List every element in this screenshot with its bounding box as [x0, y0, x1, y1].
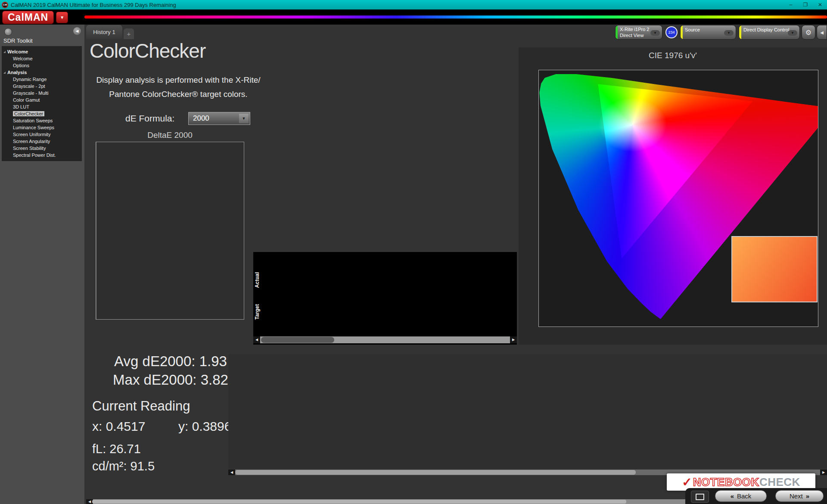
sidebar-collapse-icon[interactable]: ◀: [73, 27, 81, 35]
sidebar-item-dynamic-range[interactable]: Dynamic Range: [2, 76, 82, 83]
sidebar-item-spectral-power-dist-[interactable]: Spectral Power Dist.: [2, 152, 82, 159]
sidebar-item-screen-uniformity[interactable]: Screen Uniformity: [2, 131, 82, 138]
next-button[interactable]: Next »: [775, 490, 824, 502]
check-icon: ✓: [682, 475, 692, 489]
maximize-icon[interactable]: ❐: [801, 2, 810, 8]
description-line2: Pantone ColorChecker® target colors.: [109, 90, 247, 99]
chevron-down-icon: ▼: [788, 30, 797, 36]
close-icon[interactable]: ✕: [816, 2, 824, 8]
chevron-down-icon: ▼: [724, 30, 734, 36]
reading-x: x: 0.4517: [92, 419, 145, 434]
sidebar-item-colorchecker[interactable]: ColorChecker: [2, 110, 82, 117]
description-line1: Display analysis is performed with the X…: [96, 75, 260, 84]
sidebar-item-saturation-sweeps[interactable]: Saturation Sweeps: [2, 117, 82, 124]
calman-logo: CalMAN: [2, 11, 54, 24]
meter-status-stripe: [616, 25, 618, 39]
sidebar-radio-button[interactable]: [4, 28, 12, 36]
patch-strip: Actual Target ◀ ▶: [253, 252, 517, 345]
main-area: History 1 + X-Rite i1Pro 2 Direct View ▼…: [84, 25, 827, 504]
scrollbar-thumb[interactable]: [235, 470, 636, 475]
window-titlebar: CM CalMAN 2019 CalMAN Ultimate for Busin…: [0, 0, 827, 9]
app-window: CM CalMAN 2019 CalMAN Ultimate for Busin…: [0, 0, 827, 504]
sidebar-item-color-gamut[interactable]: Color Gamut: [2, 96, 82, 103]
scroll-left-icon[interactable]: ◀: [228, 470, 235, 475]
window-title: CalMAN 2019 CalMAN Ultimate for Business…: [11, 2, 176, 8]
reading-cdm2: cd/m²: 91.5: [92, 459, 155, 473]
meter-mode: Direct View: [620, 33, 644, 38]
cie-diagram-panel: CIE 1976 u'v' RGB Triplet: 217, 140, 94: [519, 47, 827, 345]
display-status-stripe: [739, 25, 741, 39]
spectrum-bar: [84, 16, 827, 19]
watermark-notebook: NOTEBOOK: [693, 476, 759, 489]
scroll-left-icon[interactable]: ◀: [253, 336, 260, 343]
panel-collapse-icon[interactable]: ◀: [817, 25, 827, 40]
sidebar-item-3d-lut[interactable]: 3D LUT: [2, 103, 82, 110]
formula-select[interactable]: 2000 ▼: [188, 112, 250, 125]
back-chevron-icon: «: [731, 492, 734, 500]
display-control-label: Direct Display Control: [743, 27, 789, 32]
deltae-chart: [96, 142, 244, 320]
add-tab-button[interactable]: +: [124, 28, 134, 39]
meter-name: X-Rite i1Pro 2: [620, 27, 649, 32]
reading-y: y: 0.3896: [178, 419, 231, 434]
source-label: Source: [685, 27, 700, 32]
cie-plot: RGB Triplet: 217, 140, 94: [538, 70, 818, 327]
page-description: Display analysis is performed with the X…: [94, 73, 263, 101]
nav-panel: « Back Next »: [685, 488, 827, 504]
sidebar-menu: WelcomeWelcomeOptionsAnalysisDynamic Ran…: [2, 46, 82, 161]
chevron-down-icon: ▼: [650, 30, 660, 36]
calman-menu-dropdown[interactable]: ▼: [56, 12, 68, 23]
actual-label: Actual: [254, 267, 260, 293]
page-title: ColorChecker: [90, 39, 205, 62]
meter-dropdown[interactable]: X-Rite i1Pro 2 Direct View ▼: [615, 25, 662, 40]
gear-icon[interactable]: ⚙: [802, 25, 815, 40]
formula-value: 2000: [193, 114, 209, 122]
watermark-check: CHECK: [759, 476, 800, 489]
sidebar-item-grayscale-2pt[interactable]: Grayscale - 2pt: [2, 83, 82, 90]
cie-title: CIE 1976 u'v': [519, 51, 827, 60]
monitor-icon: [696, 494, 704, 500]
sidebar-item-options[interactable]: Options: [2, 62, 82, 69]
chevron-down-icon: ▼: [239, 114, 249, 123]
sidebar-item-grayscale-multi[interactable]: Grayscale - Multi: [2, 90, 82, 96]
formula-label: dE Formula:: [125, 113, 174, 124]
cie-zoom-inset: [731, 236, 818, 302]
scroll-right-icon[interactable]: ▶: [510, 336, 517, 343]
measurement-table: [228, 354, 827, 469]
next-label: Next: [790, 492, 803, 500]
tab-history-1[interactable]: History 1: [86, 25, 122, 39]
sidebar-item-luminance-sweeps[interactable]: Luminance Sweeps: [2, 124, 82, 131]
current-reading-label: Current Reading: [92, 398, 190, 414]
sidebar: ◀ SDR Toolkit WelcomeWelcomeOptionsAnaly…: [0, 25, 84, 504]
logo-strip: CalMAN ▼: [0, 9, 827, 25]
display-control-dropdown[interactable]: Direct Display Control ▼: [739, 25, 800, 40]
patch-strip-scrollbar[interactable]: ◀ ▶: [253, 336, 517, 343]
next-chevron-icon: »: [806, 492, 809, 500]
source-dropdown[interactable]: Source ▼: [680, 25, 736, 40]
deltae-axis: [96, 322, 251, 332]
sidebar-item-analysis[interactable]: Analysis: [2, 69, 82, 76]
reading-fl: fL: 26.71: [92, 442, 141, 456]
sidebar-item-screen-stability[interactable]: Screen Stability: [2, 145, 82, 152]
scrollbar-thumb[interactable]: [92, 500, 626, 504]
toolkit-title: SDR Toolkit: [3, 37, 33, 44]
sidebar-item-screen-angularity[interactable]: Screen Angularity: [2, 138, 82, 145]
deltae-chart-title: DeltaE 2000: [96, 131, 244, 140]
scroll-right-icon[interactable]: ▶: [820, 470, 827, 475]
scrollbar-thumb[interactable]: [261, 337, 334, 343]
target-label: Target: [254, 299, 260, 325]
source-status-stripe: [681, 25, 683, 39]
back-label: Back: [737, 492, 751, 500]
meter-count-badge[interactable]: 234: [665, 26, 678, 38]
display-preview-button[interactable]: [691, 491, 709, 503]
minimize-icon[interactable]: –: [787, 2, 795, 8]
sidebar-item-welcome[interactable]: Welcome: [2, 55, 82, 62]
calman-app-icon: CM: [2, 2, 8, 8]
back-button[interactable]: « Back: [715, 490, 767, 502]
sidebar-item-welcome[interactable]: Welcome: [2, 48, 82, 55]
